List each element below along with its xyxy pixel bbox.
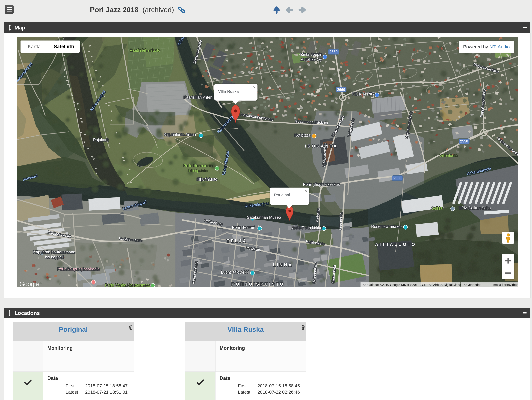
svg-text:Satakunnan Museo: Satakunnan Museo [247,215,281,220]
svg-text:2660: 2660 [337,88,345,92]
svg-text:Porin yliopistokeskus: Porin yliopistokeskus [303,182,340,187]
svg-text:Ilmoita karttavirheestä: Ilmoita karttavirheestä [492,283,518,287]
svg-text:LINNA: LINNA [273,263,293,267]
svg-text:AITTALUOTO: AITTALUOTO [375,242,416,247]
svg-text:Pelle Hermannin: Pelle Hermannin [184,163,213,168]
svg-text:Raatimiehenluoto: Raatimiehenluoto [130,48,160,52]
svg-text:PICK N PAY: PICK N PAY [352,92,375,96]
svg-text:Kotipizza: Kotipizza [294,133,310,137]
svg-text:2660: 2660 [329,50,337,54]
svg-text:Pajukarit: Pajukarit [93,138,108,142]
svg-text:UPM Seikun Saha: UPM Seikun Saha [459,206,491,210]
svg-text:Karttatiedot ©2019 Google Kuva: Karttatiedot ©2019 Google Kuvat ©2019 , … [363,283,461,287]
svg-text:iso kappeli: iso kappeli [45,255,63,259]
svg-text:leikkipuisto: leikkipuisto [188,168,208,173]
svg-text:Autoliike Oy: Autoliike Oy [301,57,322,62]
svg-text:2550: 2550 [393,176,401,180]
svg-text:TELJÄ: TELJÄ [227,239,247,243]
svg-text:Luontotalo Arkki: Luontotalo Arkki [221,270,249,274]
svg-text:Käppärän hautausmaan: Käppärän hautausmaan [33,250,76,254]
svg-text:Rosenlew-museo: Rosenlew-museo [371,224,401,229]
svg-text:Kaarisillan yhten: Kaarisillan yhten [184,95,212,99]
svg-text:Kirjurinluoto Arena: Kirjurinluoto Arena [164,132,196,137]
svg-text:POHJOISPUISTO: POHJOISPUISTO [231,282,285,287]
svg-text:Kirjurinluoto: Kirjurinluoto [196,177,217,181]
svg-text:Käyttöehdot: Käyttöehdot [464,283,481,287]
svg-text:ISOSANTA: ISOSANTA [305,144,338,148]
svg-text:Rinta-Joupin: Rinta-Joupin [300,52,322,57]
svg-text:Seikku: Seikku [431,206,443,210]
svg-text:Villenluoto: Villenluoto [440,153,458,158]
svg-text:Porin Teatteri: Porin Teatteri [232,225,255,230]
svg-text:2550: 2550 [460,139,468,143]
svg-text:Porin Vanha Hautausmaa: Porin Vanha Hautausmaa [105,283,150,287]
svg-text:Porin kaupunginsairaala: Porin kaupunginsairaala [57,267,100,271]
svg-text:Keski-Porin kirkko: Keski-Porin kirkko [291,226,322,230]
svg-text:Google: Google [19,281,39,287]
